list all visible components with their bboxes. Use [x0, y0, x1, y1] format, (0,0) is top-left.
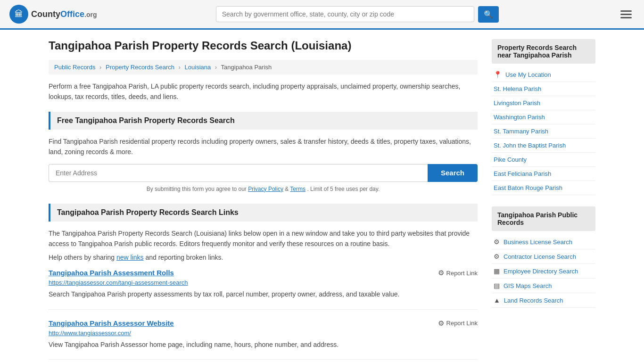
sidebar-nearby-title: Property Records Search near Tangipahoa …	[492, 39, 595, 64]
sidebar-nearby-link-6[interactable]: East Feliciana Parish	[492, 167, 595, 181]
public-records-label-4: Land Records Search	[504, 297, 563, 304]
disclaimer-text: By submitting this form you agree to our	[147, 186, 247, 192]
sidebar-public-records-link-1[interactable]: ⚙ Contractor License Search	[492, 249, 595, 264]
link-url-1[interactable]: http://www.tangiassessor.com/	[49, 329, 478, 337]
nearby-label-3: St. Tammany Parish	[494, 128, 548, 135]
free-search-header: Free Tangipahoa Parish Property Records …	[49, 112, 478, 130]
report-label-0: Report Link	[446, 270, 478, 277]
sidebar: Property Records Search near Tangipahoa …	[492, 39, 595, 362]
header-search-button[interactable]: 🔍	[478, 6, 499, 23]
link-items-container: Tangipahoa Parish Assessment Rolls ⚙ Rep…	[49, 269, 478, 360]
sidebar-public-records-link-4[interactable]: ▲ Land Records Search	[492, 293, 595, 308]
public-records-label-2: Employee Directory Search	[504, 268, 578, 275]
nearby-label-1: Livingston Parish	[494, 99, 540, 107]
breadcrumb-public-records[interactable]: Public Records	[54, 64, 95, 71]
report-icon-1: ⚙	[438, 319, 444, 328]
sidebar-public-records-link-3[interactable]: ▤ GIS Maps Search	[492, 279, 595, 293]
sidebar-nearby-links: St. Helena ParishLivingston ParishWashin…	[492, 82, 595, 195]
link-url-0[interactable]: https://tangiassessor.com/tangi-assessme…	[49, 279, 478, 286]
sidebar-use-location[interactable]: 📍 Use My Location	[492, 67, 595, 82]
sidebar-nearby-link-0[interactable]: St. Helena Parish	[492, 82, 595, 96]
public-records-icon-1: ⚙	[494, 253, 500, 260]
link-item-title-0[interactable]: Tangipahoa Parish Assessment Rolls	[49, 269, 174, 277]
public-records-icon-2: ▦	[494, 267, 500, 275]
address-search-button[interactable]: Search	[428, 164, 478, 182]
sidebar-nearby-link-3[interactable]: St. Tammany Parish	[492, 124, 595, 139]
disclaimer-end: . Limit of 5 free uses per day.	[307, 186, 380, 192]
link-item: Tangipahoa Parish Assessment Rolls ⚙ Rep…	[49, 269, 478, 309]
link-item-title-1[interactable]: Tangipahoa Parish Assessor Website	[49, 319, 174, 327]
public-records-label-0: Business License Search	[504, 239, 572, 246]
sidebar-use-location-label: Use My Location	[505, 71, 551, 78]
header-search-input[interactable]	[216, 6, 474, 22]
report-icon-0: ⚙	[438, 269, 444, 277]
report-label-1: Report Link	[446, 320, 478, 327]
form-disclaimer: By submitting this form you agree to our…	[49, 186, 478, 192]
address-search-row: Search	[49, 164, 478, 182]
link-item-header-1: Tangipahoa Parish Assessor Website ⚙ Rep…	[49, 319, 478, 328]
sidebar-nearby-link-5[interactable]: Pike County	[492, 153, 595, 167]
privacy-policy-link[interactable]: Privacy Policy	[248, 186, 283, 192]
links-section: Tangipahoa Parish Property Records Searc…	[49, 204, 478, 360]
link-desc-0: Search Tangipahoa Parish property assess…	[49, 289, 478, 299]
sidebar-nearby-link-2[interactable]: Washington Parish	[492, 110, 595, 124]
breadcrumb-sep-2: ›	[179, 64, 181, 71]
nearby-label-0: St. Helena Parish	[494, 85, 541, 92]
terms-link[interactable]: Terms	[290, 186, 305, 192]
sidebar-nearby-section: Property Records Search near Tangipahoa …	[492, 39, 595, 195]
public-records-label-3: GIS Maps Search	[504, 282, 552, 289]
sidebar-nearby-link-7[interactable]: East Baton Rouge Parish	[492, 181, 595, 195]
hamburger-menu-button[interactable]	[618, 8, 635, 21]
nearby-label-5: Pike County	[494, 156, 527, 163]
links-section-desc: The Tangipahoa Parish Property Records S…	[49, 228, 478, 249]
main-container: Tangipahoa Parish Property Records Searc…	[39, 30, 605, 362]
free-search-section: Free Tangipahoa Parish Property Records …	[49, 112, 478, 192]
page-title: Tangipahoa Parish Property Records Searc…	[49, 39, 478, 52]
free-search-desc: Find Tangipahoa Parish residential prope…	[49, 136, 478, 157]
new-links-link[interactable]: new links	[116, 254, 144, 261]
breadcrumb-sep-3: ›	[215, 64, 217, 71]
disclaimer-amp: &	[285, 186, 290, 192]
breadcrumb-property-records-search[interactable]: Property Records Search	[106, 64, 174, 71]
sidebar-public-records-section: Tangipahoa Parish Public Records ⚙ Busin…	[492, 206, 595, 308]
breadcrumb-current: Tangipahoa Parish	[221, 64, 272, 71]
report-link-button-1[interactable]: ⚙ Report Link	[438, 319, 478, 328]
link-item-header-0: Tangipahoa Parish Assessment Rolls ⚙ Rep…	[49, 269, 478, 277]
sidebar-nearby-link-1[interactable]: Livingston Parish	[492, 96, 595, 110]
sidebar-public-records-link-0[interactable]: ⚙ Business License Search	[492, 235, 595, 249]
public-records-icon-0: ⚙	[494, 238, 500, 246]
nearby-label-6: East Feliciana Parish	[494, 170, 551, 177]
site-header: 🏛 CountyOffice.org 🔍	[0, 0, 644, 30]
link-desc-1: View Tangipahoa Parish Assessor home pag…	[49, 339, 478, 350]
header-search-area: 🔍	[216, 6, 499, 23]
logo-text: CountyOffice.org	[31, 9, 97, 19]
logo-area: 🏛 CountyOffice.org	[9, 5, 97, 24]
address-search-input[interactable]	[49, 164, 428, 182]
sidebar-public-records-links: ⚙ Business License Search ⚙ Contractor L…	[492, 235, 595, 308]
sidebar-nearby-link-4[interactable]: St. John the Baptist Parish	[492, 139, 595, 153]
sidebar-public-records-title: Tangipahoa Parish Public Records	[492, 206, 595, 231]
breadcrumb: Public Records › Property Records Search…	[49, 60, 478, 74]
nearby-label-4: St. John the Baptist Parish	[494, 142, 566, 149]
links-section-header: Tangipahoa Parish Property Records Searc…	[49, 204, 478, 222]
logo-icon: 🏛	[9, 5, 28, 24]
location-icon: 📍	[494, 71, 502, 78]
breadcrumb-sep-1: ›	[99, 64, 101, 71]
public-records-icon-4: ▲	[494, 296, 500, 304]
breadcrumb-louisiana[interactable]: Louisiana	[185, 64, 211, 71]
main-description: Perform a free Tangipahoa Parish, LA pub…	[49, 81, 478, 102]
nearby-label-2: Washington Parish	[494, 114, 545, 121]
link-item: Tangipahoa Parish Assessor Website ⚙ Rep…	[49, 319, 478, 360]
sidebar-public-records-link-2[interactable]: ▦ Employee Directory Search	[492, 264, 595, 279]
nearby-label-7: East Baton Rouge Parish	[494, 184, 562, 191]
public-records-label-1: Contractor License Search	[504, 253, 576, 260]
content-area: Tangipahoa Parish Property Records Searc…	[49, 39, 478, 362]
report-link-button-0[interactable]: ⚙ Report Link	[438, 269, 478, 277]
public-records-icon-3: ▤	[494, 282, 500, 289]
share-text: Help others by sharing	[49, 254, 115, 261]
share-end: and reporting broken links.	[145, 254, 223, 261]
share-links-text: Help others by sharing new links and rep…	[49, 254, 478, 261]
